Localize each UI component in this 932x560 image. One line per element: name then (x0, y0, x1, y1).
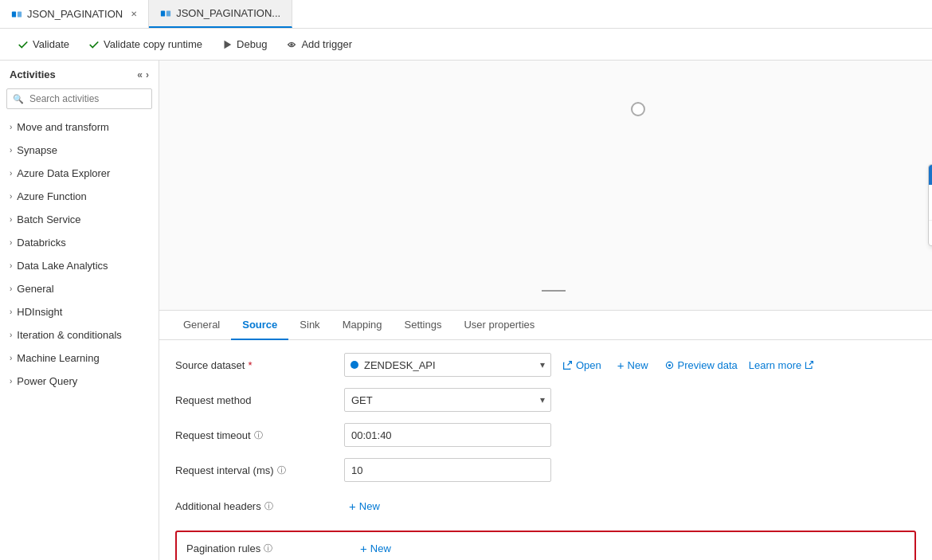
chevron-right-icon: › (10, 192, 12, 201)
chevron-right-icon: › (10, 215, 12, 224)
pipeline-icon-2 (160, 8, 171, 19)
panel-tabs-row: General Source Sink Mapping Settings Use… (159, 311, 932, 340)
form-area: Source dataset * ZENDESK_API Open (159, 340, 932, 560)
learn-more-link[interactable]: Learn more (749, 359, 814, 371)
source-dataset-row: Source dataset * ZENDESK_API Open (175, 353, 916, 377)
sidebar-item-azure-data-explorer[interactable]: › Azure Data Explorer (0, 162, 159, 185)
pipeline-icon (11, 9, 22, 20)
plus-icon-pagination: + (360, 542, 367, 555)
expand-icon[interactable]: › (146, 69, 149, 80)
tab-json-pagination-2[interactable]: JSON_PAGINATION... (149, 0, 292, 28)
add-trigger-icon (286, 39, 297, 50)
pagination-rules-label: Pagination rules ⓘ (186, 542, 346, 554)
request-method-row: Request method GET POST (175, 388, 916, 412)
add-trigger-button[interactable]: Add trigger (278, 35, 360, 53)
tab-sink[interactable]: Sink (288, 311, 331, 340)
toolbar: Validate Validate copy runtime Debug Add… (0, 29, 932, 61)
request-interval-info-icon[interactable]: ⓘ (277, 464, 286, 476)
source-dataset-select[interactable]: ZENDESK_API (344, 353, 551, 377)
tab-label-1: JSON_PAGINATION (27, 8, 123, 20)
chevron-right-icon: › (10, 331, 12, 339)
node-header: Copy data ✓ ⤢ (929, 165, 932, 185)
chevron-right-icon: › (10, 284, 12, 293)
chevron-right-icon: › (10, 169, 12, 178)
new-dataset-button[interactable]: + New (613, 355, 653, 375)
tab-label-2: JSON_PAGINATION... (176, 7, 280, 19)
search-input[interactable] (6, 88, 152, 109)
node-body: JSON PAGINATION (929, 185, 932, 220)
pagination-rules-new-button[interactable]: + New (355, 538, 396, 558)
additional-headers-row: Additional headers ⓘ + New (175, 493, 916, 519)
tab-general[interactable]: General (172, 311, 231, 340)
dataset-dot (350, 361, 358, 369)
collapse-icon[interactable]: « (137, 69, 143, 80)
validate-button[interactable]: Validate (10, 35, 77, 53)
search-icon: 🔍 (13, 94, 24, 104)
copy-data-card: Copy data ✓ ⤢ JSON PAG (928, 164, 932, 246)
preview-icon (664, 360, 675, 370)
chevron-right-icon: › (10, 123, 12, 131)
debug-icon (221, 39, 233, 50)
pipeline-line (542, 290, 566, 292)
additional-headers-info-icon[interactable]: ⓘ (264, 500, 273, 512)
request-method-select-wrapper: GET POST (344, 388, 551, 412)
request-method-label: Request method (175, 394, 335, 406)
request-interval-controls (344, 458, 916, 482)
request-interval-row: Request interval (ms) ⓘ (175, 458, 916, 482)
svg-rect-0 (12, 11, 16, 17)
bottom-panel: General Source Sink Mapping Settings Use… (159, 310, 932, 560)
sidebar-item-batch-service[interactable]: › Batch Service (0, 208, 159, 231)
additional-headers-new-button[interactable]: + New (344, 496, 385, 516)
chevron-right-icon: › (10, 354, 12, 362)
open-icon (562, 360, 573, 370)
open-button[interactable]: Open (558, 356, 606, 374)
request-interval-input[interactable] (344, 458, 551, 482)
request-interval-label: Request interval (ms) ⓘ (175, 464, 335, 476)
chevron-right-icon: › (10, 146, 12, 155)
sidebar-item-data-lake-analytics[interactable]: › Data Lake Analytics (0, 254, 159, 277)
tab-json-pagination-1[interactable]: JSON_PAGINATION ✕ (0, 0, 149, 28)
sidebar-item-databricks[interactable]: › Databricks (0, 231, 159, 254)
sidebar: Activities « › 🔍 › Move and transform › … (0, 61, 159, 560)
request-timeout-info-icon[interactable]: ⓘ (254, 429, 263, 441)
chevron-right-icon: › (10, 261, 12, 270)
plus-icon-headers: + (349, 499, 356, 513)
sidebar-item-move-transform[interactable]: › Move and transform (0, 116, 159, 139)
pagination-rules-info-icon[interactable]: ⓘ (264, 542, 272, 554)
request-timeout-input[interactable] (344, 423, 551, 447)
tab-settings[interactable]: Settings (394, 311, 453, 340)
validate-icon (18, 39, 29, 50)
sidebar-search-container: 🔍 (6, 88, 152, 109)
validate-copy-button[interactable]: Validate copy runtime (80, 35, 210, 53)
sidebar-item-hdinsight[interactable]: › HDInsight (0, 300, 159, 323)
source-dataset-select-wrapper: ZENDESK_API (344, 353, 551, 377)
sidebar-item-general[interactable]: › General (0, 277, 159, 300)
sidebar-item-synapse[interactable]: › Synapse (0, 139, 159, 162)
pagination-rules-row: Pagination rules ⓘ + New (175, 531, 916, 560)
request-method-select[interactable]: GET POST (344, 388, 551, 412)
debug-button[interactable]: Debug (213, 35, 275, 53)
canvas-area: Copy data ✓ ⤢ JSON PAG (159, 61, 932, 310)
sidebar-item-machine-learning[interactable]: › Machine Learning (0, 347, 159, 370)
svg-rect-3 (166, 10, 170, 16)
svg-rect-2 (161, 10, 165, 16)
svg-marker-4 (225, 40, 232, 49)
sidebar-item-azure-function[interactable]: › Azure Function (0, 185, 159, 208)
node-connector-top (631, 102, 645, 116)
validate-copy-icon (88, 39, 100, 50)
tab-source[interactable]: Source (231, 311, 288, 340)
chevron-right-icon: › (10, 307, 12, 316)
copy-data-node: Copy data ✓ ⤢ JSON PAG (550, 110, 717, 192)
chevron-right-icon: › (10, 377, 12, 386)
sidebar-item-iteration-conditionals[interactable]: › Iteration & conditionals (0, 323, 159, 347)
sidebar-item-power-query[interactable]: › Power Query (0, 370, 159, 393)
preview-data-button[interactable]: Preview data (660, 356, 742, 374)
tab-close-1[interactable]: ✕ (131, 10, 137, 18)
node-actions: 🗑 </> ⧉ ➤ (929, 220, 932, 245)
svg-point-5 (291, 43, 294, 46)
tab-mapping[interactable]: Mapping (331, 311, 394, 340)
main-layout: Activities « › 🔍 › Move and transform › … (0, 61, 932, 560)
sidebar-header: Activities « › (0, 61, 159, 85)
tab-user-properties[interactable]: User properties (452, 311, 546, 340)
required-asterisk: * (248, 359, 252, 371)
